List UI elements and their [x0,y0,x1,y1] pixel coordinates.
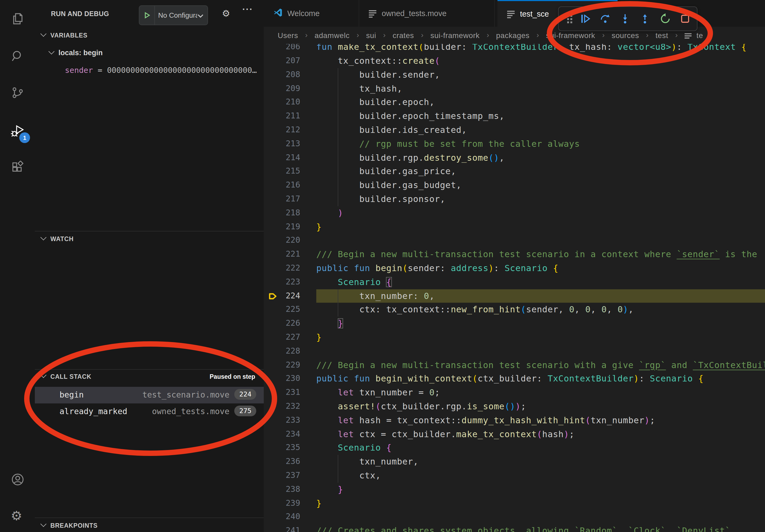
chevron-down-icon [40,372,47,378]
breadcrumb-item-packages[interactable]: packages [496,31,530,40]
variable-name: sender [65,66,93,75]
tab-owned_tests-move[interactable]: owned_tests.move [359,0,495,27]
breadcrumb-item-sui[interactable]: sui [366,31,376,40]
settings-gear-icon[interactable]: ⚙ [11,509,25,523]
paused-status-badge: Paused on step [210,374,255,380]
debug-session-badge: 1 [19,132,30,143]
more-actions-icon[interactable]: ··· [242,4,253,15]
tab-label: test_sce [520,10,549,18]
debug-settings-gear-icon[interactable]: ⚙ [222,8,230,19]
current-step-marker-icon [268,291,278,301]
code-line-213[interactable]: 213 // rgp must be set from the caller a… [264,137,765,151]
code-line-217[interactable]: 217 builder.sponsor, [264,192,765,206]
code-line-207[interactable]: 207 tx_context::create( [264,54,765,68]
code-line-text: let txn_number = 0; [316,386,440,400]
code-line-209[interactable]: 209 tx_hash, [264,82,765,96]
source-control-icon[interactable] [11,86,25,100]
code-line-227[interactable]: 227} [264,331,765,345]
code-line-239[interactable]: 239} [264,496,765,510]
account-icon[interactable] [11,472,25,486]
code-line-232[interactable]: 232 assert!(ctx_builder.rgp.is_some()); [264,400,765,413]
breadcrumb-item-adamwelc[interactable]: adamwelc [315,31,350,40]
code-line-237[interactable]: 237 ctx, [264,469,765,483]
vscode-window: 1 ⚙ RUN AND DEBUG No C [0,0,765,532]
code-line-234[interactable]: 234 let ctx = ctx_builder.make_tx_contex… [264,427,765,441]
code-line-215[interactable]: 215 builder.gas_price, [264,165,765,179]
call-stack-frame-begin[interactable]: begintest_scenario.move224 [35,387,264,403]
debug-config-label: No Configura [158,11,197,19]
debug-step-into-button[interactable] [619,13,631,25]
breadcrumb-file[interactable]: te [696,31,703,40]
call-stack-frame-already_marked[interactable]: already_markedowned_tests.move275 [35,403,264,420]
code-line-225[interactable]: 225 ctx: tx_context::new_from_hint(sende… [264,303,765,317]
code-line-233[interactable]: 233 let hash = tx_context::dummy_tx_hash… [264,413,765,427]
variable-sender-row[interactable]: sender = 0000000000000000000000000000000… [65,66,258,75]
variables-scope-row[interactable]: locals: begin [49,49,103,57]
breadcrumb-item-test[interactable]: test [655,31,668,40]
frame-function-name: already_marked [60,406,127,416]
line-number: 217 [264,192,300,206]
code-line-208[interactable]: 208 builder.sender, [264,68,765,82]
code-line-238[interactable]: 238 } [264,483,765,497]
call-stack-section-header[interactable]: CALL STACK [41,374,91,380]
code-line-222[interactable]: 222public fun begin(sender: address): Sc… [264,261,765,275]
code-line-241[interactable]: 241/// Creates and shares system objects… [264,524,765,532]
code-line-212[interactable]: 212 builder.ids_created, [264,123,765,137]
search-icon[interactable] [11,49,25,63]
watch-section-header[interactable]: WATCH [41,236,74,242]
breadcrumb-item-sources[interactable]: sources [612,31,639,40]
code-line-236[interactable]: 236 txn_number, [264,455,765,469]
code-line-text: } [316,220,322,234]
variables-section-header[interactable]: VARIABLES [41,32,87,39]
tab-welcome[interactable]: Welcome [264,0,359,27]
code-line-211[interactable]: 211 builder.epoch_timestamp_ms, [264,109,765,123]
debug-step-out-button[interactable] [639,13,651,25]
code-line-218[interactable]: 218 ) [264,206,765,220]
chevron-down-icon [197,10,204,20]
debug-stop-button[interactable] [679,13,691,25]
code-line-216[interactable]: 216 builder.gas_budget, [264,178,765,192]
line-number: 230 [264,372,300,386]
code-line-text: tx_hash, [316,82,402,96]
code-line-219[interactable]: 219} [264,220,765,234]
code-line-228[interactable]: 228 [264,345,765,359]
frame-file-name: owned_tests.move [152,406,230,416]
code-line-text: } [316,317,343,331]
debug-step-over-button[interactable] [599,13,611,25]
debug-config-dropdown[interactable]: No Configura [139,5,208,25]
breadcrumb-item-crates[interactable]: crates [393,31,414,40]
chevron-down-icon [49,49,55,55]
line-number: 223 [264,275,300,289]
section-divider [35,369,264,370]
code-line-text: builder.gas_price, [316,165,456,179]
code-line-221[interactable]: 221/// Begin a new multi-transaction tes… [264,247,765,261]
code-line-text: tx_context::create( [316,54,440,68]
breadcrumb-item-sui-framework[interactable]: sui-framework [546,31,595,40]
code-line-226[interactable]: 226 } [264,317,765,331]
code-line-224[interactable]: 224 txn_number: 0, [264,289,765,303]
start-debug-play-icon[interactable] [139,6,155,25]
code-line-214[interactable]: 214 builder.rgp.destroy_some(), [264,151,765,165]
code-line-231[interactable]: 231 let txn_number = 0; [264,386,765,400]
line-number: 227 [264,331,300,345]
debug-continue-button[interactable] [579,13,591,25]
breakpoints-section-header[interactable]: BREAKPOINTS [41,522,98,529]
extensions-icon[interactable] [11,161,25,175]
line-number: 214 [264,151,300,165]
breadcrumb-item-users[interactable]: Users [278,31,298,40]
code-area[interactable]: 206fun make_tx_context(builder: TxContex… [264,0,765,532]
section-divider [35,231,264,231]
breadcrumb-separator: › [357,31,359,39]
code-line-235[interactable]: 235 Scenario { [264,441,765,455]
line-number: 237 [264,469,300,483]
code-line-223[interactable]: 223 Scenario { [264,275,765,289]
code-line-220[interactable]: 220 [264,234,765,248]
code-line-229[interactable]: 229/// Begin a new multi-transaction tes… [264,358,765,372]
debug-restart-button[interactable] [659,13,671,25]
breadcrumb-item-sui-framework[interactable]: sui-framework [430,31,480,40]
code-line-230[interactable]: 230public fun begin_with_context(ctx_bui… [264,372,765,386]
explorer-icon[interactable] [11,12,25,26]
code-line-210[interactable]: 210 builder.epoch, [264,96,765,110]
code-line-text: } [316,331,322,345]
code-line-240[interactable]: 240 [264,510,765,524]
